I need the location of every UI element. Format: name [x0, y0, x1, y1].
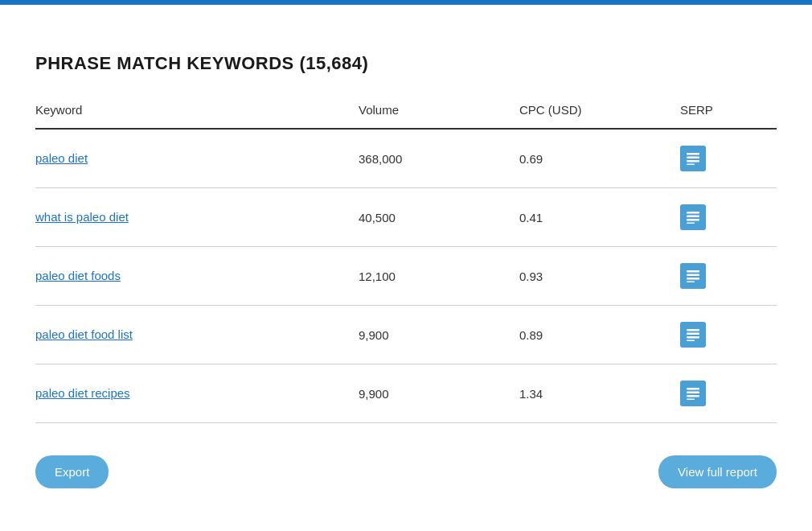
volume-cell: 12,100 — [359, 270, 519, 283]
keyword-cell: what is paleo diet — [35, 210, 359, 224]
svg-rect-19 — [687, 399, 695, 401]
col-cpc: CPC (USD) — [519, 103, 680, 117]
svg-rect-9 — [687, 274, 699, 277]
keyword-cell: paleo diet foods — [35, 269, 359, 283]
footer: Export View full report — [35, 455, 777, 488]
col-serp: SERP — [680, 103, 777, 117]
svg-rect-2 — [687, 160, 699, 163]
volume-cell: 9,900 — [359, 328, 519, 342]
serp-icon[interactable] — [680, 322, 706, 348]
serp-cell — [680, 322, 777, 348]
volume-cell: 40,500 — [359, 211, 519, 224]
serp-icon[interactable] — [680, 263, 706, 289]
svg-rect-1 — [687, 157, 699, 159]
svg-rect-10 — [687, 278, 699, 280]
cpc-cell: 0.93 — [519, 270, 680, 283]
svg-rect-5 — [687, 216, 699, 218]
serp-cell — [680, 263, 777, 289]
svg-rect-12 — [687, 329, 699, 331]
serp-icon[interactable] — [680, 146, 706, 171]
svg-rect-3 — [687, 164, 695, 166]
table-row: paleo diet 368,000 0.69 — [35, 130, 777, 188]
table-row: paleo diet food list 9,900 0.89 — [35, 306, 777, 364]
keyword-link[interactable]: paleo diet — [35, 151, 88, 165]
svg-rect-7 — [687, 223, 695, 224]
keyword-link[interactable]: paleo diet foods — [35, 269, 121, 282]
keywords-table: Keyword Volume CPC (USD) SERP paleo diet… — [35, 103, 777, 423]
keyword-cell: paleo diet — [35, 151, 359, 166]
page-title: PHRASE MATCH KEYWORDS (15,684) — [35, 53, 777, 74]
view-full-report-button[interactable]: View full report — [658, 455, 777, 488]
col-keyword: Keyword — [35, 103, 359, 117]
serp-cell — [680, 146, 777, 171]
svg-rect-0 — [687, 153, 699, 155]
table-row: what is paleo diet 40,500 0.41 — [35, 188, 777, 247]
svg-rect-13 — [687, 333, 699, 335]
serp-cell — [680, 381, 777, 406]
svg-rect-14 — [687, 336, 699, 339]
export-button[interactable]: Export — [35, 455, 109, 488]
keyword-cell: paleo diet recipes — [35, 386, 359, 401]
keyword-link[interactable]: paleo diet recipes — [35, 386, 130, 400]
cpc-cell: 0.89 — [519, 328, 680, 342]
cpc-cell: 0.69 — [519, 152, 680, 166]
svg-rect-18 — [687, 395, 699, 397]
serp-icon[interactable] — [680, 204, 706, 230]
volume-cell: 368,000 — [359, 152, 519, 166]
volume-cell: 9,900 — [359, 387, 519, 401]
keyword-link[interactable]: paleo diet food list — [35, 327, 133, 341]
keyword-cell: paleo diet food list — [35, 327, 359, 342]
table-header: Keyword Volume CPC (USD) SERP — [35, 103, 777, 130]
svg-rect-16 — [687, 388, 699, 390]
svg-rect-11 — [687, 282, 695, 283]
svg-rect-8 — [687, 270, 699, 273]
svg-rect-6 — [687, 219, 699, 221]
serp-cell — [680, 204, 777, 230]
table-row: paleo diet foods 12,100 0.93 — [35, 247, 777, 306]
table-body: paleo diet 368,000 0.69 what is paleo di… — [35, 130, 777, 423]
svg-rect-15 — [687, 340, 695, 342]
cpc-cell: 0.41 — [519, 211, 680, 224]
svg-rect-17 — [687, 392, 699, 394]
cpc-cell: 1.34 — [519, 387, 680, 401]
col-volume: Volume — [359, 103, 519, 117]
serp-icon[interactable] — [680, 381, 706, 406]
svg-rect-4 — [687, 212, 699, 214]
keyword-link[interactable]: what is paleo diet — [35, 210, 129, 224]
table-row: paleo diet recipes 9,900 1.34 — [35, 364, 777, 423]
